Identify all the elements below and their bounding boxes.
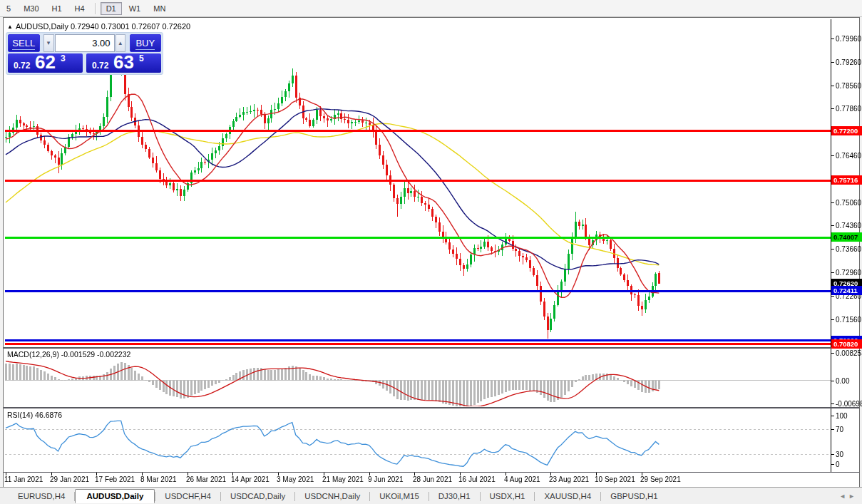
- price-level-label: 0.70820: [831, 339, 862, 349]
- date-label: 9 Jun 2021: [368, 475, 404, 483]
- sell-price-quote[interactable]: 0.72 62 3: [8, 53, 83, 73]
- triangle-up-icon: ▴: [119, 39, 123, 46]
- date-axis-line: [4, 472, 859, 473]
- rsi-tick-label: 0: [836, 461, 840, 468]
- price-level-label: 0.75716: [831, 175, 862, 185]
- chart-tab-audusd[interactable]: AUDUSD,Daily: [75, 489, 155, 503]
- chart-tab-usdx[interactable]: USDX,H1: [481, 490, 535, 503]
- date-label: 4 Aug 2021: [504, 475, 540, 483]
- date-label: 8 Mar 2021: [140, 475, 177, 483]
- sell-price-base: 0.72: [14, 61, 30, 71]
- price-level-label: 0.74007: [831, 232, 862, 242]
- price-tick-label: 0.75060: [836, 199, 861, 207]
- date-label: 14 Apr 2021: [231, 475, 270, 483]
- chart-tab-gbpusd[interactable]: GBPUSD,H1: [601, 490, 667, 503]
- chart-tab-dj30[interactable]: DJ30,H1: [429, 490, 480, 503]
- buy-price-pips: 63: [113, 51, 134, 73]
- price-tick-label: 0.79960: [836, 35, 861, 43]
- ohlc-low: 0.72607: [132, 22, 160, 31]
- price-level-label: 0.77200: [831, 126, 862, 135]
- rsi-tick-label: 100: [836, 412, 848, 420]
- date-label: 10 Sep 2021: [595, 475, 635, 483]
- triangle-down-icon: ▾: [47, 39, 51, 46]
- macd-tick-label: 0.008253: [836, 349, 862, 357]
- chart-canvas[interactable]: [0, 0, 862, 504]
- chart-tab-xauusd[interactable]: XAUUSD,H4: [535, 490, 600, 503]
- macd-indicator-label: MACD(12,26,9) -0.001529 -0.002232: [7, 350, 130, 359]
- rsi-tick-label: 30: [836, 451, 843, 458]
- pane-separator-macd[interactable]: [4, 347, 859, 349]
- buy-button[interactable]: BUY: [130, 34, 162, 52]
- chart-tab-usdcad[interactable]: USDCAD,Daily: [221, 490, 294, 503]
- date-label: 21 May 2021: [322, 475, 364, 483]
- ohlc-close: 0.72620: [162, 22, 190, 31]
- macd-tick-label: 0.00: [836, 377, 849, 385]
- date-label: 16 Jul 2021: [458, 475, 496, 483]
- date-label: 28 Jun 2021: [413, 475, 452, 483]
- price-tick-label: 0.72960: [836, 269, 861, 277]
- price-level-label: 0.72411: [831, 286, 862, 295]
- date-label: 11 Jan 2021: [4, 475, 43, 483]
- price-tick-label: 0.71560: [836, 316, 861, 324]
- date-label: 17 Feb 2021: [95, 475, 135, 483]
- chart-tab-usdcnh[interactable]: USDCNH,Daily: [295, 490, 369, 503]
- date-label: 29 Jan 2021: [50, 475, 89, 483]
- tab-scroll-left-icon[interactable]: ◄: [839, 493, 848, 500]
- buy-price-base: 0.72: [92, 61, 108, 71]
- buy-price-point: 5: [139, 53, 144, 63]
- sell-price-point: 3: [61, 53, 66, 63]
- date-label: 29 Sep 2021: [640, 475, 681, 483]
- price-tick-label: 0.77860: [836, 105, 861, 113]
- volume-decrease-button[interactable]: ▾: [43, 34, 54, 52]
- price-tick-label: 0.74360: [836, 222, 861, 230]
- rsi-indicator-label: RSI(14) 46.6876: [7, 411, 62, 419]
- chart-tab-ukoil[interactable]: UKOil,M15: [370, 490, 429, 503]
- collapse-arrow-icon[interactable]: ▲: [7, 24, 13, 30]
- price-tick-label: 0.78560: [836, 82, 861, 90]
- tab-scroll-right-icon[interactable]: ►: [848, 493, 858, 500]
- volume-increase-button[interactable]: ▴: [116, 34, 126, 52]
- sell-button[interactable]: SELL: [8, 34, 40, 52]
- ohlc-open: 0.72940: [71, 22, 99, 31]
- tab-scroll-arrows: ◄►: [839, 493, 858, 500]
- sell-price-pips: 62: [35, 51, 56, 73]
- date-label: 26 Mar 2021: [186, 475, 226, 483]
- macd-tick-label: -0.006982: [836, 400, 862, 408]
- chart-title: ▲AUDUSD,Daily 0.72940 0.73001 0.72607 0.…: [7, 22, 190, 31]
- price-tick-label: 0.73660: [836, 245, 861, 253]
- date-label: 23 Aug 2021: [549, 475, 589, 483]
- buy-price-quote[interactable]: 0.72 63 5: [86, 53, 161, 73]
- date-label: 3 May 2021: [277, 475, 314, 483]
- mt4-workspace: 5M30H1H4D1W1MN ▲AUDUSD,Daily 0.72940 0.7…: [0, 0, 862, 504]
- pane-separator-rsi[interactable]: [4, 407, 859, 408]
- volume-input[interactable]: [55, 34, 115, 52]
- chart-tab-eurusd[interactable]: EURUSD,H4: [9, 490, 74, 503]
- ohlc-high: 0.73001: [101, 22, 130, 31]
- rsi-tick-label: 70: [836, 426, 843, 433]
- chart-tab-bar: EURUSD,H4AUDUSD,DailyUSDCHF,H4USDCAD,Dai…: [0, 487, 862, 504]
- one-click-trading-panel: SELL ▾ ▴ BUY 0.72 62 3 0.72 63 5: [6, 32, 163, 75]
- chart-tab-usdchf[interactable]: USDCHF,H4: [155, 490, 220, 503]
- price-tick-label: 0.76460: [836, 152, 861, 160]
- price-tick-label: 0.79260: [836, 58, 861, 66]
- chart-symbol-label: AUDUSD,Daily: [16, 22, 68, 31]
